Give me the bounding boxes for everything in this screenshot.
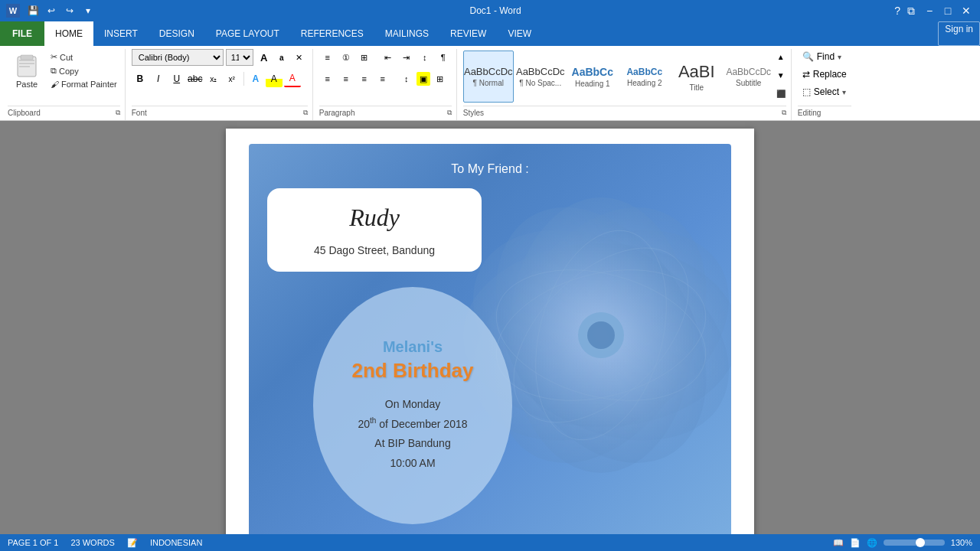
highlight-btn[interactable]: A [266, 70, 283, 87]
style-title[interactable]: AaBI Title [671, 51, 722, 103]
ribbon: FILE HOME INSERT DESIGN PAGE LAYOUT REFE… [0, 21, 980, 121]
clipboard-group: Paste ✂ Cut ⧉ Copy 🖌 Format Painter [3, 49, 126, 120]
clipboard-group-content: Paste ✂ Cut ⧉ Copy 🖌 Format Painter [8, 49, 120, 104]
window-title: Doc1 - Word [96, 5, 894, 16]
tab-home[interactable]: HOME [44, 21, 93, 46]
styles-expand-icon[interactable]: ⧉ [782, 109, 786, 117]
font-name-select[interactable]: Calibri (Body) [132, 49, 224, 66]
superscript-btn[interactable]: x² [224, 70, 240, 87]
italic-btn[interactable]: I [150, 70, 167, 87]
multilevel-btn[interactable]: ⊞ [356, 49, 373, 66]
replace-icon: ⇄ [802, 69, 810, 80]
web-layout-btn[interactable]: 🌐 [867, 538, 877, 548]
styles-group-footer: Styles ⧉ [463, 106, 786, 119]
subscript-btn[interactable]: x₂ [205, 70, 222, 87]
paste-button[interactable]: Paste [8, 49, 46, 92]
align-left-btn[interactable]: ≡ [319, 70, 336, 87]
tab-mailings[interactable]: MAILINGS [374, 21, 439, 46]
borders-btn[interactable]: ⊞ [432, 70, 449, 87]
help-btn[interactable]: ? [894, 5, 900, 17]
zoom-level[interactable]: 130% [951, 538, 972, 547]
numbering-btn[interactable]: ① [338, 49, 354, 66]
text-effects-btn[interactable]: A [247, 70, 264, 87]
styles-scroll-up[interactable]: ▲ [776, 49, 786, 64]
justify-btn[interactable]: ≡ [374, 70, 391, 87]
find-icon: 🔍 [802, 51, 814, 62]
strikethrough-btn[interactable]: abc [187, 70, 204, 87]
minimize-btn[interactable]: − [922, 3, 937, 18]
zoom-thumb [916, 538, 925, 547]
styles-group: AaBbCcDc ¶ Normal AaBbCcDc ¶ No Spac... … [459, 49, 792, 120]
tab-design[interactable]: DESIGN [149, 21, 205, 46]
style-normal[interactable]: AaBbCcDc ¶ Normal [463, 51, 514, 103]
event-date: 20th of December 2018 [358, 414, 468, 434]
style-heading1[interactable]: AaBbCc Heading 1 [567, 51, 618, 103]
save-quick-btn[interactable]: 💾 [24, 2, 41, 19]
tab-references[interactable]: REFERENCES [290, 21, 374, 46]
find-button[interactable]: 🔍 Find ▾ [798, 49, 851, 64]
font-size-select[interactable]: 11 [226, 49, 253, 66]
paragraph-expand-icon[interactable]: ⧉ [447, 109, 452, 117]
quick-access-toolbar: 💾 ↩ ↪ ▾ [24, 2, 96, 19]
restore-down-btn[interactable]: ⧉ [903, 3, 919, 18]
style-heading2[interactable]: AaBbCc Heading 2 [619, 51, 670, 103]
select-dropdown-arrow[interactable]: ▾ [842, 88, 846, 96]
select-button[interactable]: ⬚ Select ▾ [798, 84, 851, 99]
tab-insert[interactable]: INSERT [93, 21, 149, 46]
svg-rect-3 [19, 60, 34, 61]
style-no-spacing[interactable]: AaBbCcDc ¶ No Spac... [515, 51, 566, 103]
styles-scroll-down[interactable]: ▼ [776, 67, 786, 83]
font-format-row: B I U abc x₂ x² A A A [132, 70, 301, 87]
proofing-icon[interactable]: 📝 [127, 538, 138, 548]
language[interactable]: INDONESIAN [150, 538, 202, 547]
styles-gallery: AaBbCcDc ¶ Normal AaBbCcDc ¶ No Spac... … [463, 49, 774, 104]
line-spacing-btn[interactable]: ↕ [398, 70, 415, 87]
decrease-font-btn[interactable]: a [273, 49, 290, 66]
copy-button[interactable]: ⧉ Copy [47, 64, 120, 77]
tab-page-layout[interactable]: PAGE LAYOUT [205, 21, 290, 46]
sign-in-button[interactable]: Sign in [938, 21, 980, 46]
bullets-btn[interactable]: ≡ [319, 49, 336, 66]
increase-font-btn[interactable]: A [256, 49, 273, 66]
paragraph-group-content: ≡ ① ⊞ ⇤ ⇥ ↕ ¶ ≡ ≡ ≡ ≡ ↕ ▣ ⊞ [319, 49, 452, 104]
underline-btn[interactable]: U [168, 70, 185, 87]
event-location: At BIP Bandung [358, 434, 468, 453]
redo-quick-btn[interactable]: ↪ [61, 2, 78, 19]
styles-more[interactable]: ⬛ [776, 86, 786, 101]
font-color-btn[interactable]: A [284, 70, 301, 87]
format-painter-button[interactable]: 🖌 Format Painter [47, 78, 120, 90]
tab-review[interactable]: REVIEW [439, 21, 497, 46]
show-marks-btn[interactable]: ¶ [435, 49, 452, 66]
style-subtitle[interactable]: AaBbCcDc Subtitle [724, 51, 774, 103]
shading-btn[interactable]: ▣ [416, 72, 430, 86]
close-btn[interactable]: ✕ [959, 3, 974, 18]
align-center-btn[interactable]: ≡ [338, 70, 354, 87]
tab-view[interactable]: VIEW [497, 21, 542, 46]
svg-rect-5 [19, 66, 30, 67]
bold-btn[interactable]: B [132, 70, 149, 87]
font-expand-icon[interactable]: ⧉ [303, 109, 308, 117]
increase-indent-btn[interactable]: ⇥ [398, 49, 415, 66]
clipboard-group-footer: Clipboard ⧉ [8, 106, 120, 119]
replace-button[interactable]: ⇄ Replace [798, 67, 851, 82]
customize-quick-btn[interactable]: ▾ [80, 2, 96, 19]
paragraph-group-footer: Paragraph ⧉ [319, 106, 452, 119]
title-bar-left: W 💾 ↩ ↪ ▾ [6, 2, 96, 19]
read-mode-btn[interactable]: 📖 [833, 538, 844, 548]
invitation-background: To My Friend : Rudy 45 Dago Street, Band… [249, 144, 731, 534]
clipboard-expand-icon[interactable]: ⧉ [116, 109, 120, 117]
clear-format-btn[interactable]: ✕ [291, 49, 308, 66]
align-right-btn[interactable]: ≡ [356, 70, 373, 87]
maximize-btn[interactable]: □ [940, 3, 956, 18]
print-layout-btn[interactable]: 📄 [850, 538, 861, 548]
sort-btn[interactable]: ↕ [416, 49, 433, 66]
editing-group-content: 🔍 Find ▾ ⇄ Replace ⬚ Select ▾ [798, 49, 851, 104]
event-name: Melani's [383, 338, 443, 356]
undo-quick-btn[interactable]: ↩ [43, 2, 60, 19]
cut-button[interactable]: ✂ Cut [47, 51, 120, 64]
document-page: To My Friend : Rudy 45 Dago Street, Band… [226, 129, 754, 534]
zoom-slider[interactable] [884, 540, 945, 546]
find-dropdown-arrow[interactable]: ▾ [838, 53, 841, 61]
tab-file[interactable]: FILE [0, 21, 44, 46]
decrease-indent-btn[interactable]: ⇤ [380, 49, 397, 66]
